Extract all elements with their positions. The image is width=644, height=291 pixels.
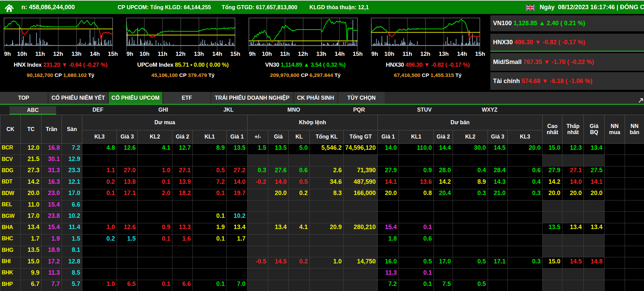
svg-text:13h: 13h — [439, 51, 448, 57]
svg-text:10h: 10h — [262, 51, 272, 57]
svg-text:13h: 13h — [194, 51, 204, 57]
svg-text:12h: 12h — [175, 51, 185, 57]
svg-text:9h: 9h — [371, 51, 378, 57]
svg-text:14h: 14h — [335, 51, 344, 57]
svg-text:11h: 11h — [35, 51, 45, 57]
svg-text:15h: 15h — [230, 51, 240, 57]
svg-text:11h: 11h — [403, 51, 412, 57]
svg-text:13h: 13h — [316, 51, 326, 57]
svg-text:15h: 15h — [353, 51, 362, 57]
svg-text:10h: 10h — [384, 51, 394, 57]
svg-text:11h: 11h — [280, 51, 290, 57]
svg-text:14h: 14h — [212, 51, 222, 57]
svg-text:12h: 12h — [420, 51, 430, 57]
svg-text:9h: 9h — [126, 51, 133, 57]
svg-text:15h: 15h — [108, 51, 118, 57]
svg-text:9h: 9h — [249, 51, 256, 57]
svg-text:9h: 9h — [4, 51, 11, 57]
svg-text:14h: 14h — [457, 51, 467, 57]
svg-text:13h: 13h — [71, 51, 81, 57]
svg-text:10h: 10h — [139, 51, 149, 57]
svg-text:12h: 12h — [53, 51, 63, 57]
svg-text:14h: 14h — [90, 51, 100, 57]
svg-text:10h: 10h — [17, 51, 27, 57]
svg-text:11h: 11h — [158, 51, 167, 57]
svg-text:12h: 12h — [298, 51, 308, 57]
svg-text:15h: 15h — [475, 51, 485, 57]
